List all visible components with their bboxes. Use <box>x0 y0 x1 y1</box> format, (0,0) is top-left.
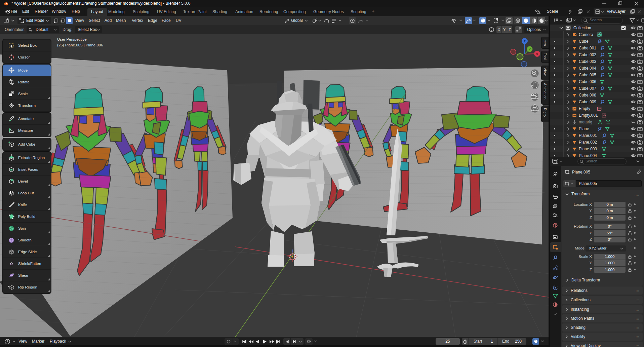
svg-text:Z: Z <box>524 39 526 43</box>
svg-text:X: X <box>536 52 538 56</box>
svg-text:Y: Y <box>529 48 531 51</box>
